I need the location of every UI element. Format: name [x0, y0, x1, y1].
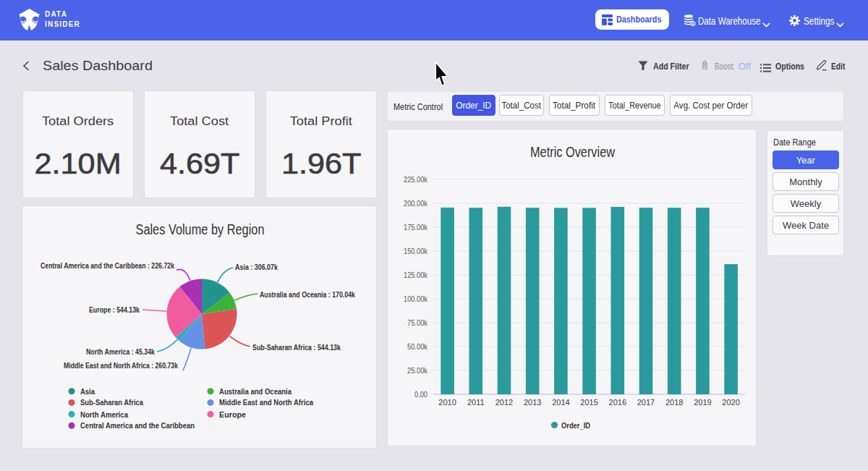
svg-text:Central America and the Caribb: Central America and the Caribbean : 226.…	[41, 261, 175, 270]
svg-text:200.00k: 200.00k	[404, 199, 428, 208]
svg-text:2013: 2013	[524, 398, 541, 407]
svg-text:2018: 2018	[665, 398, 683, 407]
svg-text:100.00k: 100.00k	[404, 294, 428, 303]
svg-text:2010: 2010	[438, 398, 456, 407]
svg-text:150.00k: 150.00k	[404, 247, 428, 255]
svg-text:2014: 2014	[552, 398, 569, 407]
svg-text:2017: 2017	[637, 398, 655, 407]
svg-text:Europe: Europe	[219, 410, 246, 419]
svg-text:75.00k: 75.00k	[407, 318, 428, 327]
svg-text:0.00: 0.00	[414, 390, 427, 399]
svg-text:Middle East and North Africa: Middle East and North Africa	[219, 398, 313, 407]
svg-text:2012: 2012	[495, 398, 513, 407]
svg-text:Sub-Saharan Africa : 544.13k: Sub-Saharan Africa : 544.13k	[252, 343, 341, 352]
svg-text:125.00k: 125.00k	[404, 271, 428, 279]
svg-text:25.00k: 25.00k	[407, 366, 428, 375]
svg-text:225.00k: 225.00k	[404, 175, 428, 184]
svg-text:Order_ID: Order_ID	[561, 421, 590, 430]
svg-text:2016: 2016	[609, 398, 626, 407]
svg-text:Europe : 544.13k: Europe : 544.13k	[89, 305, 140, 314]
svg-text:Metric Overview: Metric Overview	[530, 144, 615, 160]
svg-text:Sub-Saharan Africa: Sub-Saharan Africa	[80, 398, 143, 407]
svg-text:50.00k: 50.00k	[407, 342, 428, 351]
svg-text:2015: 2015	[580, 398, 597, 407]
svg-text:Asia: Asia	[80, 387, 95, 396]
svg-text:2011: 2011	[467, 398, 485, 407]
svg-text:2019: 2019	[694, 398, 711, 407]
svg-text:175.00k: 175.00k	[404, 223, 428, 232]
svg-text:North America : 45.34k: North America : 45.34k	[86, 347, 156, 356]
svg-text:Australia and Oceania : 170.04: Australia and Oceania : 170.04k	[260, 290, 356, 299]
svg-text:Middle East and North Africa :: Middle East and North Africa : 260.73k	[64, 361, 179, 370]
svg-text:Sales Volume by Region: Sales Volume by Region	[136, 221, 265, 237]
svg-text:2020: 2020	[722, 398, 739, 407]
svg-text:Central America and the Caribb: Central America and the Caribbean	[80, 421, 195, 430]
svg-text:Australia and Oceania: Australia and Oceania	[219, 387, 292, 396]
svg-text:Asia : 306.07k: Asia : 306.07k	[235, 263, 278, 271]
svg-text:North America: North America	[80, 410, 128, 419]
